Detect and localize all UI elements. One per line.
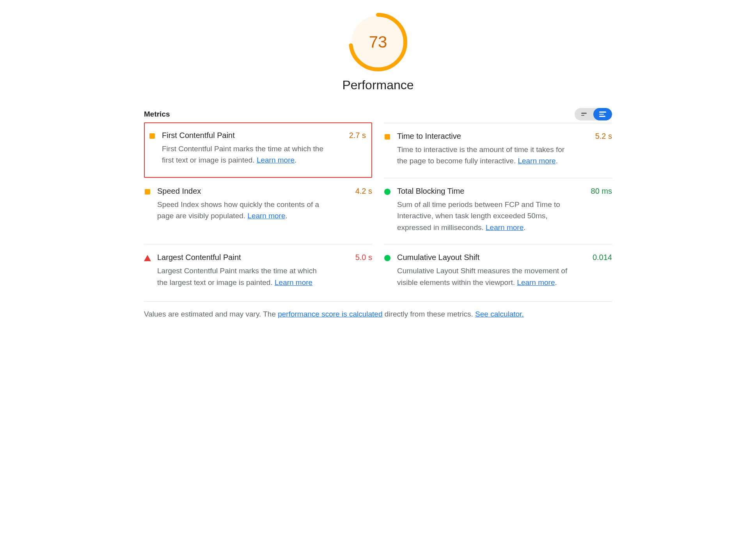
see-calculator-link[interactable]: See calculator.: [475, 310, 524, 318]
metric-si: Speed Index4.2 sSpeed Index shows how qu…: [144, 178, 372, 244]
metric-value: 5.2 s: [595, 132, 612, 141]
footnote: Values are estimated and may vary. The p…: [144, 309, 612, 320]
metric-title: Cumulative Layout Shift: [397, 253, 479, 262]
metric-value: 5.0 s: [355, 253, 372, 262]
metric-value: 0.014: [593, 253, 612, 262]
square-icon: [385, 134, 390, 140]
metric-title: Speed Index: [157, 187, 201, 196]
performance-gauge: 73 Performance: [144, 12, 612, 92]
footnote-text-mid: directly from these metrics.: [382, 310, 475, 318]
metrics-heading: Metrics: [144, 110, 170, 119]
divider: [144, 301, 612, 302]
learn-more-link[interactable]: Learn more: [517, 278, 555, 287]
metric-status-icon: [384, 188, 391, 195]
learn-more-link[interactable]: Learn more: [486, 223, 524, 232]
metric-status-icon: [384, 133, 391, 140]
square-icon: [145, 189, 150, 195]
metric-title: First Contentful Paint: [162, 131, 235, 140]
metric-status-icon: [384, 255, 391, 262]
learn-more-link[interactable]: Learn more: [257, 156, 295, 164]
learn-more-link[interactable]: Learn more: [247, 212, 285, 220]
metric-description: Cumulative Layout Shift measures the mov…: [397, 265, 569, 288]
metric-value: 2.7 s: [349, 131, 366, 140]
footnote-text-pre: Values are estimated and may vary. The: [144, 310, 278, 318]
metric-status-icon: [149, 133, 156, 140]
circle-icon: [384, 255, 390, 261]
score-value: 73: [348, 12, 408, 73]
learn-more-link[interactable]: Learn more: [275, 278, 312, 287]
expanded-icon: [599, 111, 606, 117]
learn-more-link[interactable]: Learn more: [518, 157, 555, 165]
toggle-expanded[interactable]: [593, 108, 612, 120]
metric-value: 4.2 s: [355, 187, 372, 196]
metric-value: 80 ms: [591, 187, 612, 196]
metric-tti: Time to Interactive5.2 sTime to interact…: [384, 123, 612, 178]
metric-status-icon: [144, 255, 151, 262]
metric-title: Time to Interactive: [397, 132, 461, 141]
metric-description: First Contentful Paint marks the time at…: [162, 143, 334, 166]
metric-title: Largest Contentful Paint: [157, 253, 241, 262]
triangle-icon: [144, 255, 151, 261]
metrics-grid: First Contentful Paint2.7 sFirst Content…: [144, 123, 612, 299]
metric-tbt: Total Blocking Time80 msSum of all time …: [384, 178, 612, 244]
category-title: Performance: [342, 78, 413, 92]
metric-status-icon: [144, 188, 151, 195]
circle-icon: [384, 189, 390, 195]
view-toggle[interactable]: [575, 108, 612, 120]
metric-fcp: First Contentful Paint2.7 sFirst Content…: [144, 122, 372, 178]
score-gauge: 73: [348, 12, 408, 73]
metric-description: Sum of all time periods between FCP and …: [397, 199, 569, 233]
square-icon: [149, 133, 155, 139]
score-calc-link[interactable]: performance score is calculated: [278, 310, 382, 318]
toggle-collapsed[interactable]: [575, 108, 593, 120]
metric-description: Time to interactive is the amount of tim…: [397, 144, 569, 167]
metric-description: Speed Index shows how quickly the conten…: [157, 199, 329, 222]
metric-lcp: Largest Contentful Paint5.0 sLargest Con…: [144, 244, 372, 299]
collapsed-icon: [581, 113, 587, 116]
metric-title: Total Blocking Time: [397, 187, 464, 196]
metric-description: Largest Contentful Paint marks the time …: [157, 265, 329, 288]
metric-cls: Cumulative Layout Shift0.014Cumulative L…: [384, 244, 612, 299]
